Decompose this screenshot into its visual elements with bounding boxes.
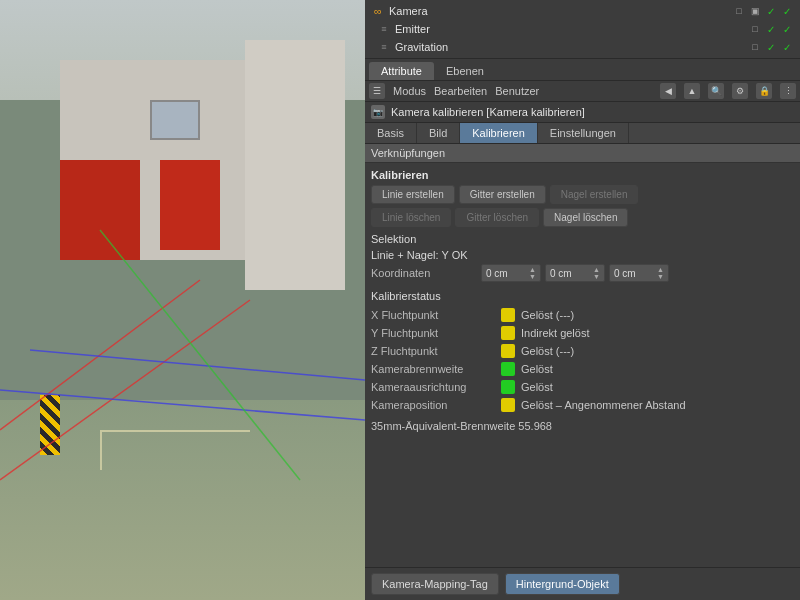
kal-brennweite-status: Gelöst: [521, 363, 553, 375]
kal-ausrichtung-dot: [501, 380, 515, 394]
sub-tab-kalibrieren[interactable]: Kalibrieren: [460, 123, 538, 143]
kal-row-ausrichtung: Kameraausrichtung Gelöst: [371, 378, 794, 396]
coord-y-arrows: ▲▼: [593, 266, 600, 280]
hintergrund-objekt-btn[interactable]: Hintergrund-Objekt: [505, 573, 620, 595]
kamera-name: Kamera: [389, 5, 732, 17]
coord-field-z[interactable]: 0 cm ▲▼: [609, 264, 669, 282]
nagel-loschen-btn[interactable]: Nagel löschen: [543, 208, 628, 227]
up-icon[interactable]: ▲: [684, 83, 700, 99]
emitter-name: Emitter: [395, 23, 748, 35]
svg-line-4: [100, 230, 300, 480]
kamera-ctrl2: ▣: [748, 4, 762, 18]
svg-line-1: [0, 300, 250, 480]
right-panel: ∞ Kamera □ ▣ ✓ ✓ ≡ Emitter □ ✓ ✓ ≡ Gravi…: [365, 0, 800, 600]
kal-x-flucht-label: X Fluchtpunkt: [371, 309, 501, 321]
3d-viewport[interactable]: [0, 0, 365, 600]
linie-erstellen-btn[interactable]: Linie erstellen: [371, 185, 455, 204]
kal-position-dot: [501, 398, 515, 412]
kal-z-flucht-dot: [501, 344, 515, 358]
kal-row-y-flucht: Y Fluchtpunkt Indirekt gelöst: [371, 324, 794, 342]
kalibrierstatus-title: Kalibrierstatus: [371, 290, 794, 302]
main-content: Kalibrieren Linie erstellen Gitter erste…: [365, 163, 800, 567]
lock-icon[interactable]: 🔒: [756, 83, 772, 99]
calibration-overlay: [0, 0, 365, 600]
linie-nagel-row: Linie + Nagel: Y OK: [371, 248, 794, 262]
gitter-erstellen-btn[interactable]: Gitter erstellen: [459, 185, 546, 204]
emitter-check: ✓: [764, 22, 778, 36]
main-tabs: Attribute Ebenen: [365, 59, 800, 81]
coord-x-value: 0 cm: [486, 268, 508, 279]
coord-z-value: 0 cm: [614, 268, 636, 279]
coord-field-x[interactable]: 0 cm ▲▼: [481, 264, 541, 282]
kalibrierstatus-table: X Fluchtpunkt Gelöst (---) Y Fluchtpunkt…: [371, 306, 794, 414]
linie-nagel-value: Linie + Nagel: Y OK: [371, 249, 468, 261]
coord-x-arrows: ▲▼: [529, 266, 536, 280]
more-icon[interactable]: ⋮: [780, 83, 796, 99]
gravitation-controls: □ ✓ ✓: [748, 40, 794, 54]
scene-obj-kamera[interactable]: ∞ Kamera □ ▣ ✓ ✓: [369, 2, 796, 20]
gravitation-ctrl: □: [748, 40, 762, 54]
koordinaten-row: Koordinaten 0 cm ▲▼ 0 cm ▲▼ 0 cm ▲▼: [371, 262, 794, 284]
tab-attribute[interactable]: Attribute: [369, 62, 434, 80]
brennweite-info: 35mm-Äquivalent-Brennweite 55.968: [371, 418, 794, 434]
benutzer-button[interactable]: Benutzer: [495, 85, 539, 97]
camera-title: Kamera kalibrieren [Kamera kalibrieren]: [391, 106, 585, 118]
bottom-buttons: Kamera-Mapping-Tag Hintergrund-Objekt: [365, 567, 800, 600]
sub-tab-bild[interactable]: Bild: [417, 123, 460, 143]
gravitation-icon: ≡: [377, 40, 391, 54]
emitter-check2: ✓: [780, 22, 794, 36]
kal-brennweite-label: Kamerabrennweite: [371, 363, 501, 375]
toolbar: ☰ Modus Bearbeiten Benutzer ◀ ▲ 🔍 ⚙ 🔒 ⋮: [365, 81, 800, 102]
verknupfungen-bar[interactable]: Verknüpfungen: [365, 144, 800, 163]
kamera-controls: □ ▣ ✓ ✓: [732, 4, 794, 18]
nagel-erstellen-btn[interactable]: Nagel erstellen: [550, 185, 639, 204]
search-icon[interactable]: 🔍: [708, 83, 724, 99]
svg-line-3: [30, 350, 365, 380]
kal-x-flucht-status: Gelöst (---): [521, 309, 574, 321]
modus-button[interactable]: Modus: [393, 85, 426, 97]
gravitation-name: Gravitation: [395, 41, 748, 53]
emitter-icon: ≡: [377, 22, 391, 36]
emitter-controls: □ ✓ ✓: [748, 22, 794, 36]
kal-row-z-flucht: Z Fluchtpunkt Gelöst (---): [371, 342, 794, 360]
verknupfungen-label: Verknüpfungen: [371, 147, 445, 159]
sub-tab-basis[interactable]: Basis: [365, 123, 417, 143]
kal-ausrichtung-status: Gelöst: [521, 381, 553, 393]
kamera-check1: ✓: [764, 4, 778, 18]
emitter-ctrl: □: [748, 22, 762, 36]
scene-obj-emitter[interactable]: ≡ Emitter □ ✓ ✓: [369, 20, 796, 38]
tab-ebenen[interactable]: Ebenen: [434, 62, 496, 80]
settings-icon[interactable]: ⚙: [732, 83, 748, 99]
kamera-mapping-tag-btn[interactable]: Kamera-Mapping-Tag: [371, 573, 499, 595]
selektion-title: Selektion: [371, 233, 794, 245]
kal-position-label: Kameraposition: [371, 399, 501, 411]
koordinaten-label: Koordinaten: [371, 267, 481, 279]
kal-brennweite-dot: [501, 362, 515, 376]
gitter-loschen-btn[interactable]: Gitter löschen: [455, 208, 539, 227]
kal-row-position: Kameraposition Gelöst – Angenommener Abs…: [371, 396, 794, 414]
kal-position-status: Gelöst – Angenommener Abstand: [521, 399, 686, 411]
back-icon[interactable]: ◀: [660, 83, 676, 99]
kalibrieren-title: Kalibrieren: [371, 169, 794, 181]
bearbeiten-button[interactable]: Bearbeiten: [434, 85, 487, 97]
sub-tab-einstellungen[interactable]: Einstellungen: [538, 123, 629, 143]
linie-loschen-btn[interactable]: Linie löschen: [371, 208, 451, 227]
kamera-ctrl1: □: [732, 4, 746, 18]
kamera-icon: ∞: [371, 4, 385, 18]
buttons-row-1: Linie erstellen Gitter erstellen Nagel e…: [371, 185, 794, 204]
buttons-row-2: Linie löschen Gitter löschen Nagel lösch…: [371, 208, 794, 227]
kal-y-flucht-status: Indirekt gelöst: [521, 327, 589, 339]
toolbar-icon-1[interactable]: ☰: [369, 83, 385, 99]
kal-row-x-flucht: X Fluchtpunkt Gelöst (---): [371, 306, 794, 324]
scene-obj-gravitation[interactable]: ≡ Gravitation □ ✓ ✓: [369, 38, 796, 56]
kal-z-flucht-status: Gelöst (---): [521, 345, 574, 357]
kal-x-flucht-dot: [501, 308, 515, 322]
coord-field-y[interactable]: 0 cm ▲▼: [545, 264, 605, 282]
camera-header: 📷 Kamera kalibrieren [Kamera kalibrieren…: [365, 102, 800, 123]
svg-line-2: [0, 390, 365, 420]
kal-y-flucht-label: Y Fluchtpunkt: [371, 327, 501, 339]
kamera-check2: ✓: [780, 4, 794, 18]
kal-y-flucht-dot: [501, 326, 515, 340]
camera-small-icon: 📷: [371, 105, 385, 119]
kal-ausrichtung-label: Kameraausrichtung: [371, 381, 501, 393]
